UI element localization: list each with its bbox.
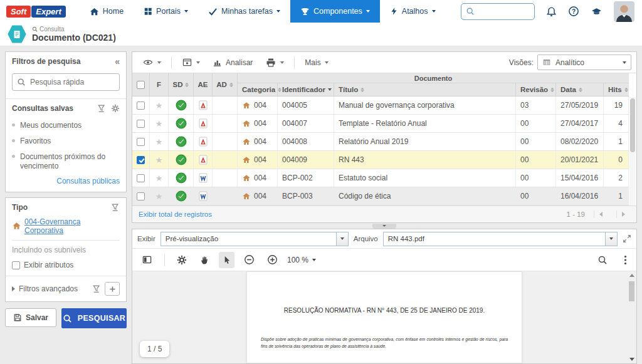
pagination-range: 1 - 19 — [567, 211, 585, 218]
nav-componentes[interactable]: Componentes — [290, 0, 380, 23]
file-name-input[interactable] — [384, 235, 605, 242]
select-tool-button[interactable] — [219, 252, 234, 268]
column-header-ae[interactable]: AE — [194, 73, 213, 96]
clear-filter-icon[interactable] — [97, 104, 106, 113]
favorite-star-icon[interactable]: ★ — [155, 192, 163, 200]
table-row-selected[interactable]: ★ 004 004009 RN 443 00 20/01/2021 0 — [132, 151, 629, 169]
cell-revisao: 03 — [516, 96, 556, 114]
global-search[interactable] — [461, 3, 535, 20]
expand-preview-button[interactable] — [623, 234, 631, 243]
table-row[interactable]: ★ 004 004007 Template - Relatório Anual … — [132, 115, 629, 133]
column-header-hits[interactable]: Hits — [604, 83, 629, 96]
view-record-button[interactable] — [137, 55, 166, 70]
next-page-button[interactable] — [616, 211, 630, 218]
favorite-star-icon[interactable]: ★ — [155, 120, 163, 128]
zoom-in-button[interactable] — [264, 251, 281, 268]
row-checkbox[interactable] — [137, 192, 145, 200]
select-dropdown-button[interactable] — [336, 232, 348, 246]
pan-tool-button[interactable] — [196, 252, 213, 268]
pdf-file-icon[interactable] — [199, 118, 208, 128]
print-button[interactable] — [260, 55, 289, 71]
splitter-handle[interactable] — [372, 224, 396, 229]
column-header-categoria[interactable]: Categoria — [238, 83, 278, 96]
pdf-file-icon[interactable] — [199, 155, 208, 165]
column-header-sd[interactable]: SD — [169, 73, 194, 96]
zoom-out-button[interactable] — [241, 251, 258, 268]
quick-search-input[interactable] — [12, 73, 120, 91]
column-header-titulo[interactable]: Título — [334, 83, 516, 96]
public-queries-link[interactable]: Consultas públicas — [12, 177, 120, 185]
scrollbar-thumb[interactable] — [629, 281, 634, 301]
show-total-records-link[interactable]: Exibir total de registros — [139, 211, 212, 218]
word-file-icon[interactable] — [199, 191, 208, 201]
favorite-star-icon[interactable]: ★ — [155, 138, 163, 146]
favorite-star-icon[interactable]: ★ — [155, 156, 163, 164]
academy-button[interactable] — [591, 6, 603, 17]
analyze-button[interactable]: Analisar — [208, 55, 258, 70]
table-row[interactable]: ★ 004 004005 Manual de governança corpor… — [132, 96, 629, 115]
column-header-identificador[interactable]: Identificador — [278, 83, 334, 96]
pdf-file-icon[interactable] — [199, 137, 208, 147]
category-type-link[interactable]: 004-Governança Corporativa — [12, 217, 120, 235]
save-button[interactable]: Salvar — [5, 308, 56, 327]
saved-query-item[interactable]: Meus documentos — [12, 118, 120, 133]
advanced-filters-label[interactable]: Filtros avançados — [19, 284, 78, 293]
scrollbar-thumb[interactable] — [630, 98, 635, 152]
show-attributes-checkbox[interactable] — [12, 261, 20, 269]
column-header-revisao[interactable]: Revisão — [516, 83, 556, 96]
preview-scrollbar[interactable] — [628, 273, 635, 362]
saved-query-item[interactable]: Documentos próximos do vencimento — [12, 149, 120, 174]
column-header-f[interactable]: F — [150, 73, 169, 96]
select-dropdown-button[interactable] — [605, 232, 617, 246]
global-search-input[interactable] — [478, 7, 528, 16]
nav-portais[interactable]: Portais — [134, 0, 198, 23]
select-all-checkbox[interactable] — [137, 81, 145, 89]
table-row[interactable]: ★ 004 004008 Relatório Anual 2019 00 08/… — [132, 133, 629, 151]
display-mode-select[interactable]: Pré-visualização — [160, 232, 349, 246]
favorite-star-icon[interactable]: ★ — [155, 174, 163, 182]
favorite-star-icon[interactable]: ★ — [155, 101, 163, 110]
file-select[interactable] — [383, 232, 618, 246]
help-button[interactable]: ? — [568, 6, 579, 17]
pdf-settings-button[interactable] — [174, 252, 190, 268]
toggle-thumbnails-button[interactable] — [139, 252, 155, 268]
clear-filter-icon[interactable] — [92, 284, 101, 293]
expand-triangle-icon[interactable] — [12, 286, 15, 291]
scroll-up-arrow[interactable] — [629, 274, 634, 277]
table-row[interactable]: ★ 004 BCP-002 Estatuto social 00 15/04/2… — [132, 169, 629, 187]
word-file-icon[interactable] — [199, 173, 208, 183]
notifications-button[interactable] — [546, 6, 557, 17]
views-select[interactable]: Analítico — [537, 55, 631, 70]
scroll-down-arrow[interactable] — [629, 358, 634, 361]
nav-home[interactable]: Home — [80, 0, 134, 23]
add-filter-button[interactable] — [105, 282, 120, 296]
pdf-search-button[interactable] — [594, 252, 611, 268]
pdf-file-icon[interactable] — [199, 100, 208, 110]
panel-splitter[interactable] — [132, 223, 637, 229]
table-scrollbar[interactable] — [629, 97, 636, 205]
search-submit-button[interactable]: PESQUISAR — [61, 308, 127, 328]
nav-minhas-tarefas[interactable]: Minhas tarefas — [198, 0, 290, 23]
row-checkbox[interactable] — [137, 101, 145, 110]
gear-icon[interactable] — [111, 104, 120, 113]
row-checkbox[interactable] — [137, 120, 145, 128]
nav-atalhos[interactable]: Atalhos — [380, 0, 446, 23]
show-attributes-option[interactable]: Exibir atributos — [12, 261, 120, 269]
column-header-ad[interactable]: AD — [213, 73, 238, 96]
pdf-more-menu-button[interactable] — [621, 252, 630, 268]
row-checkbox[interactable] — [137, 138, 145, 146]
preview-button[interactable] — [177, 55, 205, 70]
user-avatar[interactable] — [614, 1, 634, 22]
clear-filter-icon[interactable] — [111, 203, 120, 212]
pdf-viewer-area[interactable]: RESOLUÇÃO NORMATIVA - RN N° 443, DE 25 D… — [132, 271, 636, 363]
softexpert-logo[interactable]: Soft Expert — [6, 6, 66, 18]
zoom-level-select[interactable]: 100 % — [287, 256, 316, 264]
more-button[interactable]: Mais — [300, 55, 333, 70]
table-row[interactable]: ★ 004 BCP-003 Código de ética 00 16/04/2… — [132, 187, 629, 205]
saved-query-item[interactable]: Favoritos — [12, 133, 120, 149]
row-checkbox-checked[interactable] — [137, 156, 145, 164]
row-checkbox[interactable] — [137, 174, 145, 182]
previous-page-button[interactable] — [594, 211, 608, 218]
collapse-sidebar-icon[interactable]: « — [115, 57, 120, 66]
column-header-data[interactable]: Data — [556, 83, 604, 96]
